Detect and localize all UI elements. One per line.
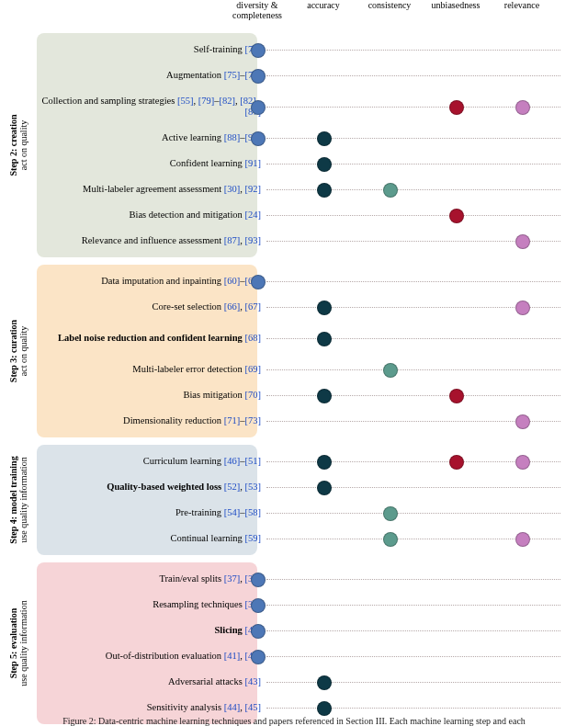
plot-area: Step 2: creationact on qualitySelf-train… bbox=[0, 29, 588, 709]
dot-div bbox=[251, 624, 266, 639]
row-dots bbox=[31, 408, 581, 434]
dot-div bbox=[251, 43, 266, 58]
dot-acc bbox=[317, 301, 332, 315]
row-dots bbox=[31, 526, 581, 551]
row-dots bbox=[31, 125, 581, 151]
techniques-dot-chart: diversity &completeness accuracy consist… bbox=[0, 0, 588, 726]
row-dots bbox=[31, 448, 581, 474]
dot-unb bbox=[449, 455, 464, 470]
column-headers: diversity &completeness accuracy consist… bbox=[257, 0, 588, 29]
group-label: Step 4: model traininguse quality inform… bbox=[6, 445, 31, 555]
col-header-accuracy: accuracy bbox=[290, 0, 356, 10]
group-grp3: Step 3: curationact on qualityData imput… bbox=[31, 265, 581, 437]
dot-rel bbox=[515, 532, 530, 547]
dot-rel bbox=[515, 100, 530, 115]
dot-div bbox=[251, 275, 266, 289]
group-grp2: Step 2: creationact on qualitySelf-train… bbox=[31, 33, 581, 257]
group-label: Step 2: creationact on quality bbox=[6, 33, 31, 257]
dot-div bbox=[251, 100, 266, 115]
row-dots bbox=[31, 151, 581, 176]
col-header-diversity: diversity &completeness bbox=[224, 0, 290, 20]
technique-row: Multi-labeler error detection [69] bbox=[31, 357, 581, 382]
row-dots bbox=[31, 268, 581, 294]
group-grp5: Step 5: evaluationuse quality informatio… bbox=[31, 562, 581, 724]
dot-acc bbox=[317, 675, 332, 690]
group-label: Step 5: evaluationuse quality informatio… bbox=[6, 562, 31, 724]
dot-rel bbox=[515, 234, 530, 249]
dot-unb bbox=[449, 209, 464, 223]
dot-con bbox=[383, 183, 398, 198]
technique-row: Confident learning [91] bbox=[31, 151, 581, 176]
technique-row: Bias mitigation [70] bbox=[31, 382, 581, 408]
technique-row: Relevance and influence assessment [87],… bbox=[31, 228, 581, 254]
dot-acc bbox=[317, 701, 332, 716]
dot-rel bbox=[515, 301, 530, 315]
technique-row: Label noise reduction and confident lear… bbox=[31, 320, 581, 357]
row-dots bbox=[31, 643, 581, 669]
dot-acc bbox=[317, 332, 332, 346]
technique-row: Quality-based weighted loss [52], [53] bbox=[31, 474, 581, 500]
row-dots bbox=[31, 382, 581, 408]
row-dots bbox=[31, 62, 581, 88]
technique-row: Dimensionality reduction [71]–[73] bbox=[31, 408, 581, 434]
dot-acc bbox=[317, 389, 332, 403]
dot-acc bbox=[317, 157, 332, 172]
dot-acc bbox=[317, 455, 332, 470]
technique-row: Bias detection and mitigation [24] bbox=[31, 202, 581, 228]
row-dots bbox=[31, 669, 581, 695]
dot-unb bbox=[449, 389, 464, 403]
row-dots bbox=[31, 37, 581, 62]
technique-row: Adversarial attacks [43] bbox=[31, 669, 581, 695]
dot-con bbox=[383, 532, 398, 547]
technique-row: Curriculum learning [46]–[51] bbox=[31, 448, 581, 474]
dot-div bbox=[251, 650, 266, 664]
row-dots bbox=[31, 500, 581, 526]
row-dots bbox=[31, 592, 581, 618]
dot-acc bbox=[317, 481, 332, 495]
dot-div bbox=[251, 598, 266, 613]
technique-row: Data imputation and inpainting [60]–[65] bbox=[31, 268, 581, 294]
dot-unb bbox=[449, 100, 464, 115]
technique-row: Sensitivity analysis [44], [45] bbox=[31, 695, 581, 720]
dot-div bbox=[251, 69, 266, 84]
technique-row: Collection and sampling strategies [55],… bbox=[31, 88, 581, 125]
technique-row: Pre-training [54]–[58] bbox=[31, 500, 581, 526]
row-dots bbox=[31, 474, 581, 500]
row-dots bbox=[31, 202, 581, 228]
technique-row: Resampling techniques [39] bbox=[31, 592, 581, 618]
group-label: Step 3: curationact on quality bbox=[6, 265, 31, 437]
dot-con bbox=[383, 363, 398, 378]
technique-row: Active learning [88]–[90] bbox=[31, 125, 581, 151]
technique-row: Augmentation [75]–[78] bbox=[31, 62, 581, 88]
technique-row: Continual learning [59] bbox=[31, 526, 581, 551]
row-dots bbox=[31, 618, 581, 643]
technique-row: Train/eval splits [37], [38] bbox=[31, 566, 581, 592]
dot-acc bbox=[317, 131, 332, 146]
group-grp4: Step 4: model traininguse quality inform… bbox=[31, 445, 581, 555]
row-dots bbox=[31, 88, 581, 125]
row-dots bbox=[31, 357, 581, 382]
row-dots bbox=[31, 566, 581, 592]
col-header-relevance: relevance bbox=[489, 0, 555, 10]
dot-div bbox=[251, 131, 266, 146]
technique-row: Self-training [74] bbox=[31, 37, 581, 62]
technique-row: Multi-labeler agreement assessment [30],… bbox=[31, 176, 581, 202]
dot-con bbox=[383, 506, 398, 521]
dot-rel bbox=[515, 414, 530, 429]
technique-row: Core-set selection [66], [67] bbox=[31, 294, 581, 320]
technique-row: Out-of-distribution evaluation [41], [42… bbox=[31, 643, 581, 669]
row-dots bbox=[31, 228, 581, 254]
row-dots bbox=[31, 320, 581, 357]
row-dots bbox=[31, 695, 581, 720]
dot-rel bbox=[515, 455, 530, 470]
dot-div bbox=[251, 573, 266, 587]
row-dots bbox=[31, 176, 581, 202]
technique-row: Slicing [40] bbox=[31, 618, 581, 643]
dot-acc bbox=[317, 183, 332, 198]
row-dots bbox=[31, 294, 581, 320]
col-header-unbiasedness: unbiasedness bbox=[423, 0, 489, 10]
col-header-consistency: consistency bbox=[356, 0, 423, 10]
